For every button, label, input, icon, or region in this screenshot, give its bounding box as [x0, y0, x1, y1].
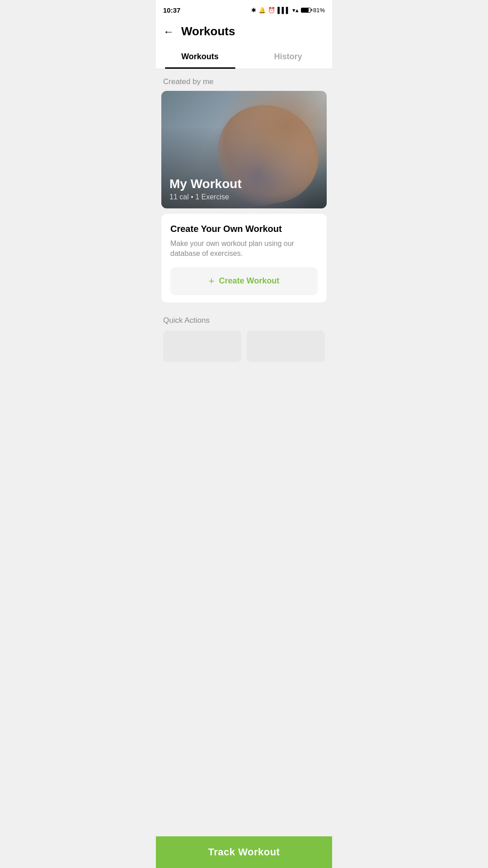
workout-card-info: My Workout 11 cal • 1 Exercise: [161, 170, 250, 208]
signal-icon: ▌▌▌: [277, 7, 290, 14]
workout-meta: 11 cal • 1 Exercise: [169, 193, 242, 201]
create-workout-button[interactable]: + Create Workout: [170, 267, 318, 295]
battery-pct: 81%: [313, 7, 325, 14]
tab-workouts[interactable]: Workouts: [156, 45, 244, 69]
workout-name: My Workout: [169, 177, 242, 191]
bluetooth-icon: ✱: [251, 7, 256, 14]
status-icons: ✱ 🔔 ⏰ ▌▌▌ ▾▴ 81%: [251, 7, 325, 14]
quick-actions-row: [163, 330, 325, 362]
create-workout-description: Make your own workout plan using our dat…: [170, 239, 318, 259]
alarm-icon: ⏰: [268, 7, 275, 14]
wifi-icon: ▾▴: [292, 7, 299, 14]
quick-action-card-1[interactable]: [163, 330, 241, 362]
battery-icon: [301, 8, 311, 13]
quick-action-card-2[interactable]: [247, 330, 325, 362]
status-bar: 10:37 ✱ 🔔 ⏰ ▌▌▌ ▾▴ 81%: [156, 0, 332, 18]
create-workout-title: Create Your Own Workout: [170, 224, 318, 234]
created-by-me-label: Created by me: [156, 69, 332, 91]
status-time: 10:37: [163, 6, 180, 14]
mute-icon: 🔔: [258, 7, 266, 14]
workout-card-background: My Workout 11 cal • 1 Exercise: [161, 91, 327, 208]
create-workout-card: Create Your Own Workout Make your own wo…: [161, 214, 327, 302]
quick-actions-section: Quick Actions: [156, 308, 332, 367]
header: ← Workouts: [156, 18, 332, 45]
back-button[interactable]: ←: [163, 26, 174, 37]
main-content: Created by me My Workout 11 cal • 1 Exer…: [156, 69, 332, 407]
page-title: Workouts: [181, 24, 235, 38]
tabs-bar: Workouts History: [156, 45, 332, 69]
workout-card[interactable]: My Workout 11 cal • 1 Exercise: [161, 91, 327, 208]
plus-icon: +: [209, 275, 215, 287]
create-workout-label: Create Workout: [219, 276, 280, 286]
quick-actions-label: Quick Actions: [163, 316, 325, 325]
tab-history[interactable]: History: [244, 45, 332, 69]
